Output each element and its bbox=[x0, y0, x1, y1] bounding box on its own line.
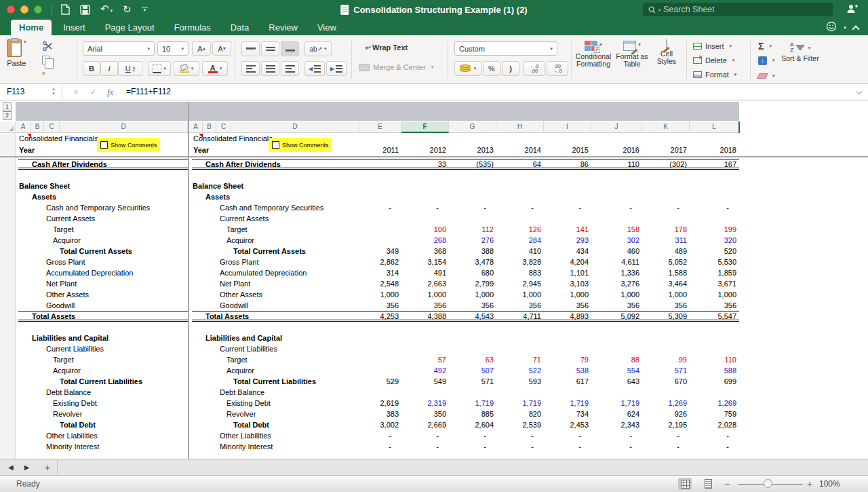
show-comments-control[interactable]: Show Comments bbox=[269, 138, 332, 152]
cell-label[interactable]: Total Assets bbox=[32, 311, 75, 322]
align-middle-button[interactable] bbox=[261, 41, 279, 56]
cancel-entry-icon[interactable]: × bbox=[73, 84, 79, 100]
cell-label[interactable]: Liabilities and Capital bbox=[205, 333, 282, 343]
normal-view-button[interactable] bbox=[678, 478, 692, 490]
cell-value[interactable]: (535) bbox=[449, 159, 496, 170]
cell-value[interactable]: 268 bbox=[401, 235, 449, 246]
cell-label[interactable]: Target bbox=[53, 354, 74, 365]
year-cell[interactable]: 2017 bbox=[642, 144, 690, 156]
cell-label[interactable]: Total Current Assets bbox=[233, 246, 306, 257]
cell-value[interactable]: 112 bbox=[449, 224, 496, 235]
year-cell[interactable]: 2014 bbox=[496, 144, 544, 156]
ribbon-tab-view[interactable]: View bbox=[309, 20, 344, 35]
cell-value[interactable]: 2,945 bbox=[496, 278, 544, 289]
outline-level-1-button[interactable]: 1 bbox=[3, 102, 12, 111]
cell-value[interactable]: 320 bbox=[690, 235, 739, 246]
cell-value[interactable]: 2,619 bbox=[359, 398, 401, 409]
cell-value[interactable]: 356 bbox=[401, 300, 449, 311]
cell-value[interactable]: 759 bbox=[690, 409, 739, 419]
cell-value[interactable]: 4,204 bbox=[544, 257, 591, 267]
column-header-A[interactable]: A bbox=[189, 121, 203, 133]
cell-value[interactable]: 3,478 bbox=[449, 257, 496, 267]
cell-label[interactable]: Minority Interest bbox=[46, 441, 99, 452]
cell-value[interactable]: 63 bbox=[449, 354, 496, 365]
cell-value[interactable]: 2,453 bbox=[544, 419, 591, 430]
cell-value[interactable]: 1,719 bbox=[496, 398, 544, 409]
cell-value[interactable]: 1,000 bbox=[642, 289, 690, 300]
cell-value[interactable]: 79 bbox=[544, 354, 591, 365]
cell-label[interactable]: Minority Interest bbox=[220, 441, 273, 452]
cell-value[interactable]: 2,862 bbox=[359, 257, 401, 267]
cell-value[interactable]: 549 bbox=[401, 376, 449, 387]
cell-value[interactable]: - bbox=[591, 202, 642, 213]
cell-value[interactable]: 926 bbox=[642, 409, 690, 419]
cell-label[interactable]: Year bbox=[193, 144, 209, 156]
cell-value[interactable]: 1,336 bbox=[591, 267, 642, 278]
cell-label[interactable]: Target bbox=[53, 224, 74, 235]
cell-value[interactable]: 314 bbox=[359, 267, 401, 278]
cell-label[interactable]: Existing Debt bbox=[226, 398, 271, 409]
cell-value[interactable]: 4,893 bbox=[544, 311, 591, 322]
cell-value[interactable]: 1,000 bbox=[591, 289, 642, 300]
cell-label[interactable]: Assets bbox=[205, 191, 230, 202]
cell-value[interactable]: - bbox=[544, 441, 591, 452]
cell-value[interactable]: 356 bbox=[591, 300, 642, 311]
cell-value[interactable]: 1,719 bbox=[591, 398, 642, 409]
sort-filter-button[interactable]: AZ▾ Sort & Filter bbox=[781, 42, 819, 62]
cell-value[interactable]: - bbox=[642, 202, 690, 213]
cell-label[interactable]: Cash and Temporary Securities bbox=[220, 202, 323, 213]
cell-value[interactable]: 3,154 bbox=[401, 257, 449, 267]
cell-value[interactable]: 434 bbox=[544, 246, 591, 257]
next-sheet-icon[interactable]: ▶ bbox=[24, 463, 30, 471]
expand-formula-bar-icon[interactable] bbox=[856, 89, 862, 94]
cell-label[interactable]: Balance Sheet bbox=[19, 181, 70, 191]
cell-value[interactable]: 820 bbox=[496, 409, 544, 419]
column-header-C[interactable]: C bbox=[44, 121, 60, 133]
cell-label[interactable]: Existing Debt bbox=[53, 398, 97, 409]
cell-value[interactable]: 699 bbox=[690, 376, 739, 387]
cell-value[interactable]: 593 bbox=[496, 376, 544, 387]
freeze-pane-horizontal-divider[interactable] bbox=[0, 156, 868, 157]
column-header-B[interactable]: B bbox=[203, 121, 216, 133]
accounting-format-button[interactable]: ▾ bbox=[454, 61, 481, 76]
cell-value[interactable]: - bbox=[401, 441, 449, 452]
collapse-ribbon-icon[interactable] bbox=[852, 25, 859, 33]
cell-value[interactable]: - bbox=[449, 202, 496, 213]
cell-value[interactable]: 356 bbox=[544, 300, 591, 311]
year-cell[interactable]: 2012 bbox=[401, 144, 449, 156]
italic-button[interactable]: I bbox=[100, 61, 118, 76]
cell-label[interactable]: Current Assets bbox=[46, 213, 95, 224]
cell-value[interactable]: 110 bbox=[690, 354, 739, 365]
year-cell[interactable]: 2018 bbox=[690, 144, 739, 156]
align-left-button[interactable] bbox=[241, 61, 260, 76]
cell-label[interactable]: Target bbox=[226, 354, 248, 365]
cell-label[interactable]: Current Liabilities bbox=[46, 343, 104, 354]
minimize-window-button[interactable] bbox=[20, 5, 28, 14]
cell-value[interactable]: 1,719 bbox=[544, 398, 591, 409]
increase-font-size-button[interactable]: A▴ bbox=[192, 41, 211, 56]
ribbon-tab-review[interactable]: Review bbox=[260, 20, 306, 35]
cell-value[interactable]: - bbox=[401, 202, 449, 213]
formula-input[interactable]: =F111+F112 bbox=[126, 84, 171, 100]
cell-value[interactable]: 680 bbox=[449, 267, 496, 278]
cell-value[interactable]: 571 bbox=[642, 365, 690, 376]
year-cell[interactable]: 2013 bbox=[449, 144, 496, 156]
cell-label[interactable]: Cash and Temporary Securities bbox=[46, 202, 150, 213]
cell-value[interactable]: - bbox=[690, 202, 739, 213]
ribbon-tab-insert[interactable]: Insert bbox=[55, 20, 94, 35]
font-name-select[interactable]: Arial▾ bbox=[83, 41, 155, 56]
cell-value[interactable]: 1,000 bbox=[359, 289, 401, 300]
cell-value[interactable]: 1,588 bbox=[642, 267, 690, 278]
cell-label[interactable]: Consolidated Financials bbox=[193, 133, 273, 144]
cell-value[interactable]: 284 bbox=[496, 235, 544, 246]
cell-value[interactable]: 356 bbox=[642, 300, 690, 311]
cell-label[interactable]: Acquiror bbox=[53, 365, 81, 376]
ribbon-tab-formulas[interactable]: Formulas bbox=[166, 20, 219, 35]
cell-value[interactable]: - bbox=[496, 441, 544, 452]
cell-value[interactable]: 356 bbox=[690, 300, 739, 311]
merge-center-button[interactable]: ↔ Merge & Center ▾ bbox=[359, 63, 433, 71]
ribbon-tab-page-layout[interactable]: Page Layout bbox=[97, 20, 163, 35]
column-header-H[interactable]: H bbox=[496, 121, 544, 133]
conditional-formatting-button[interactable]: ▾ Conditional Formatting bbox=[574, 41, 613, 68]
decrease-decimal-button[interactable]: ←.0.00 bbox=[524, 61, 545, 76]
